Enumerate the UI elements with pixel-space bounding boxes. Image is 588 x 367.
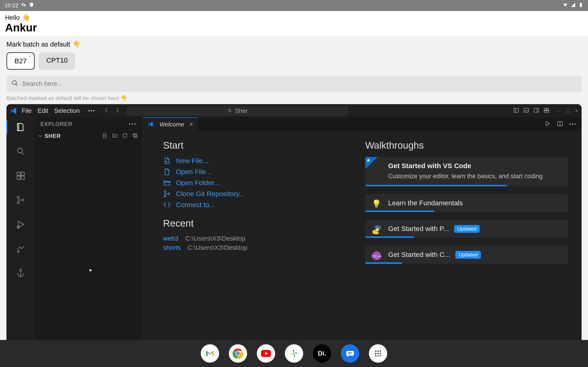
svg-point-40: [380, 355, 381, 357]
menu-selection[interactable]: Selection: [54, 107, 80, 115]
walkthrough-progress: [365, 211, 434, 212]
activity-extensions-icon[interactable]: [15, 170, 26, 181]
tab-label: Welcome: [159, 121, 184, 128]
editor-more-icon[interactable]: •••: [569, 121, 577, 127]
vscode-logo-icon: [10, 107, 17, 115]
svg-rect-8: [17, 172, 20, 175]
svg-point-22: [164, 195, 166, 197]
svg-point-39: [377, 355, 379, 357]
explorer-folder-row[interactable]: SHER: [35, 131, 142, 141]
activity-explorer-icon[interactable]: [15, 122, 26, 133]
batch-chip-cpt10[interactable]: CPT10: [39, 52, 75, 70]
minimize-icon[interactable]: —: [557, 108, 561, 113]
nav-forward-icon[interactable]: [114, 107, 120, 115]
maximize-icon[interactable]: ▢: [566, 108, 570, 113]
svg-point-13: [17, 202, 19, 204]
search-input[interactable]: [22, 80, 577, 87]
svg-point-7: [17, 148, 22, 153]
walkthrough-card-python[interactable]: Get Started with P... Updated: [365, 220, 568, 238]
activity-search-icon[interactable]: [15, 146, 26, 157]
svg-rect-2: [524, 108, 528, 112]
walkthroughs-heading: Walkthroughs: [365, 140, 568, 151]
new-file-icon[interactable]: [102, 133, 108, 140]
start-clone-git[interactable]: Clone Git Repository...: [163, 190, 351, 198]
activity-run-debug-icon[interactable]: [15, 219, 26, 230]
walkthrough-card-cpp[interactable]: C/C++ Get Started with C... Updated: [365, 246, 568, 264]
point-down-icon: 👇: [73, 40, 81, 48]
search-bar[interactable]: [6, 76, 582, 92]
close-tab-icon[interactable]: ×: [189, 121, 193, 128]
editor-area: Welcome × ••• Start: [142, 117, 582, 340]
greeting-text: Hello: [5, 14, 20, 21]
walkthrough-progress: [365, 185, 507, 186]
svg-point-37: [380, 353, 381, 354]
taskbar-messages-icon[interactable]: [341, 344, 359, 363]
customize-layout-icon[interactable]: [544, 107, 549, 114]
run-icon[interactable]: [544, 120, 551, 128]
close-icon[interactable]: ✕: [575, 108, 578, 113]
bulb-icon: 💡: [372, 199, 382, 209]
updated-badge: Updated: [454, 225, 480, 233]
nav-back-icon[interactable]: [103, 107, 110, 115]
svg-point-33: [377, 350, 379, 352]
chip-label: CPT10: [46, 56, 68, 64]
tab-welcome[interactable]: Welcome ×: [142, 117, 198, 131]
batch-title-text: Mark batch as default: [6, 41, 70, 48]
python-icon: [372, 225, 382, 235]
start-item-label: Connect to...: [176, 201, 215, 209]
explorer-folder-name: SHER: [44, 133, 61, 139]
toggle-primary-sidebar-icon[interactable]: [513, 107, 519, 114]
taskbar-apps-icon[interactable]: [369, 344, 387, 363]
batch-chip-b27[interactable]: B27: [6, 52, 35, 70]
shield-icon: [29, 2, 34, 9]
activity-live-share-icon[interactable]: [15, 243, 26, 254]
start-open-folder[interactable]: Open Folder...: [163, 179, 351, 187]
gear-icon: [21, 2, 26, 9]
menu-more-icon[interactable]: •••: [88, 108, 95, 114]
svg-point-38: [375, 355, 377, 357]
taskbar-gmail-icon[interactable]: [201, 344, 219, 363]
walkthrough-card-vscode[interactable]: Get Started with VS Code Customize your …: [365, 157, 568, 186]
chevron-down-icon: [38, 133, 43, 139]
svg-point-34: [380, 350, 381, 352]
batch-hint-text: Batched marked as default will be shown …: [6, 95, 119, 101]
recent-name: web3: [163, 235, 179, 242]
taskbar-youtube-icon[interactable]: [257, 344, 275, 363]
android-statusbar: 10:22: [0, 0, 588, 11]
explorer-sidebar: EXPLORER ••• SHER ▸: [35, 117, 142, 340]
wave-icon: 👋: [22, 14, 30, 21]
command-center[interactable]: Sher: [127, 106, 348, 115]
taskbar-di-icon[interactable]: Di.: [313, 344, 331, 363]
batch-chip-row: B27 CPT10: [6, 52, 582, 70]
cpp-icon: C/C++: [372, 251, 382, 261]
taskbar-photos-icon[interactable]: [285, 344, 303, 363]
start-new-file[interactable]: New File...: [163, 157, 351, 165]
recent-name: shorts: [163, 244, 181, 251]
svg-point-23: [168, 193, 170, 194]
toggle-panel-icon[interactable]: [523, 107, 529, 114]
recent-item[interactable]: shorts C:\Users\X3\Desktop: [163, 244, 351, 251]
activity-source-control-icon[interactable]: [15, 194, 26, 206]
start-connect-to[interactable]: Connect to...: [163, 201, 351, 209]
menu-file[interactable]: File: [22, 107, 32, 115]
start-open-file[interactable]: Open File...: [163, 168, 351, 176]
vscode-logo-icon: [147, 121, 153, 127]
menu-edit[interactable]: Edit: [38, 107, 48, 115]
collapse-all-icon[interactable]: [132, 133, 138, 140]
taskbar-chrome-icon[interactable]: [229, 344, 247, 363]
svg-point-35: [375, 353, 377, 354]
walkthrough-title: Get Started with C... Updated: [388, 251, 562, 259]
recent-item[interactable]: web3 C:\Users\X3\Desktop: [163, 235, 351, 242]
toggle-secondary-sidebar-icon[interactable]: [533, 107, 539, 114]
vscode-titlebar: File Edit Selection ••• Sher: [6, 104, 582, 117]
walkthrough-desc: Customize your editor, learn the basics,…: [388, 172, 561, 180]
refresh-icon[interactable]: [122, 133, 128, 140]
walkthrough-card-fundamentals[interactable]: 💡 Learn the Fundamentals: [365, 194, 568, 212]
activity-anchor-icon[interactable]: [15, 267, 26, 278]
split-editor-icon[interactable]: [557, 120, 563, 128]
batch-section: Mark batch as default 👇 B27 CPT10 Batche…: [0, 37, 588, 103]
explorer-more-icon[interactable]: •••: [129, 121, 137, 127]
svg-point-32: [375, 350, 377, 352]
svg-point-0: [228, 109, 231, 111]
new-folder-icon[interactable]: [112, 133, 118, 140]
